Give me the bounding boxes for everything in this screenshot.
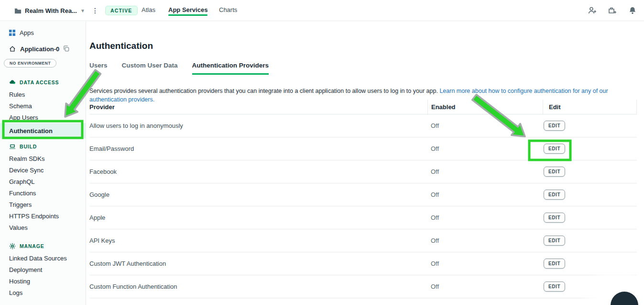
sidebar-item-realm-sdks[interactable]: Realm SDKs [0, 153, 86, 164]
enabled-value: Off [427, 137, 543, 160]
sidebar-item-deployment[interactable]: Deployment [0, 264, 86, 275]
provider-name: Apple [89, 206, 427, 229]
sidebar-item-apps[interactable]: Apps [0, 26, 86, 39]
project-selector[interactable]: Realm With Rea... ▼ [14, 7, 85, 14]
provider-name: Email/Password [89, 137, 427, 160]
sidebar: Apps Application-0 NO ENVIRONMENT DATA A… [0, 22, 86, 305]
invite-user-icon[interactable] [588, 6, 597, 15]
sidebar-item-label: Realm SDKs [9, 155, 44, 162]
enabled-value: Off [427, 275, 543, 298]
enabled-value: Off [427, 206, 543, 229]
topnav-tab-atlas[interactable]: Atlas [142, 6, 155, 13]
provider-name: Custom JWT Authentication [89, 252, 427, 275]
sidebar-item-https-endpoints[interactable]: HTTPS Endpoints [0, 210, 86, 222]
sidebar-item-label: GraphQL [9, 178, 34, 185]
table-row: Email/Password Off EDIT [89, 137, 637, 160]
apps-grid-icon [9, 30, 15, 36]
column-header-edit: Edit [543, 100, 637, 114]
app-services-page: Realm With Rea... ▼ ⋮ ACTIVE Atlas App S… [0, 0, 644, 305]
table-row: Facebook Off EDIT [89, 160, 637, 183]
gear-icon [9, 243, 16, 249]
table-row: Custom Function Authentication Off EDIT [89, 275, 637, 298]
sidebar-item-label: Rules [9, 91, 25, 98]
main-content: Authentication Users Custom User Data Au… [87, 22, 644, 305]
folder-icon [14, 7, 22, 14]
edit-button[interactable]: EDIT [544, 121, 565, 131]
table-row: Google Off EDIT [89, 183, 637, 206]
column-header-provider: Provider [89, 100, 427, 114]
kebab-menu-icon[interactable]: ⋮ [89, 7, 101, 14]
sidebar-item-label: Values [9, 224, 28, 231]
tab-custom-user-data[interactable]: Custom User Data [122, 62, 178, 75]
edit-button[interactable]: EDIT [544, 144, 565, 154]
edit-button[interactable]: EDIT [544, 282, 565, 292]
edit-button[interactable]: EDIT [544, 190, 565, 200]
enabled-value: Off [427, 229, 543, 252]
edit-button[interactable]: EDIT [544, 213, 565, 223]
sidebar-item-label: Functions [9, 190, 36, 197]
sidebar-item-functions[interactable]: Functions [0, 187, 86, 199]
sidebar-item-label: Triggers [9, 201, 32, 208]
bell-icon[interactable] [628, 6, 637, 15]
table-row: Apple Off EDIT [89, 206, 637, 229]
sidebar-section-data-access: DATA ACCESS [0, 78, 86, 87]
tab-authentication-providers[interactable]: Authentication Providers [192, 62, 269, 75]
enabled-value: Off [427, 160, 543, 183]
sidebar-item-label: App Users [9, 114, 38, 121]
table-row: Custom JWT Authentication Off EDIT [89, 252, 637, 275]
sidebar-section-manage: MANAGE [0, 242, 86, 250]
laptop-icon [9, 143, 16, 150]
status-badge: ACTIVE [105, 6, 138, 15]
sidebar-item-hosting[interactable]: Hosting [0, 275, 86, 287]
section-title: DATA ACCESS [20, 79, 59, 85]
chevron-down-icon: ▼ [80, 8, 85, 13]
sidebar-item-triggers[interactable]: Triggers [0, 199, 86, 210]
sidebar-item-linked-data-sources[interactable]: Linked Data Sources [0, 252, 86, 264]
sidebar-item-values[interactable]: Values [0, 222, 86, 233]
sidebar-item-app-users[interactable]: App Users [0, 112, 86, 123]
edit-button[interactable]: EDIT [544, 259, 565, 269]
enabled-value: Off [427, 183, 543, 206]
sidebar-item-label: HTTPS Endpoints [9, 213, 59, 220]
sidebar-item-label: Schema [9, 102, 32, 110]
provider-name: Facebook [89, 160, 427, 183]
tab-users[interactable]: Users [89, 62, 108, 75]
provider-name: Custom Function Authentication [89, 275, 427, 298]
topbar: Realm With Rea... ▼ ⋮ ACTIVE Atlas App S… [0, 0, 644, 21]
topnav-tab-charts[interactable]: Charts [219, 6, 237, 13]
page-title: Authentication [89, 41, 153, 51]
sidebar-item-label: Deployment [9, 266, 42, 273]
copy-icon[interactable] [63, 45, 70, 52]
table-row: Allow users to log in anonymously Off ED… [89, 114, 637, 137]
topnav-tab-app-services[interactable]: App Services [168, 6, 207, 13]
sidebar-apps-label: Apps [20, 29, 34, 36]
edit-button[interactable]: EDIT [544, 167, 565, 177]
sidebar-item-authentication[interactable]: Authentication [0, 123, 86, 138]
sidebar-item-label: Authentication [9, 127, 53, 135]
sidebar-item-rules[interactable]: Rules [0, 89, 86, 100]
environment-badge: NO ENVIRONMENT [4, 59, 56, 68]
edit-button[interactable]: EDIT [544, 236, 565, 246]
sidebar-section-build: BUILD [0, 142, 86, 151]
provider-name: Allow users to log in anonymously [89, 114, 427, 137]
column-header-enabled: Enabled [427, 100, 543, 114]
sidebar-item-logs[interactable]: Logs [0, 287, 86, 298]
sidebar-item-label: Logs [9, 289, 22, 296]
sidebar-item-graphql[interactable]: GraphQL [0, 176, 86, 187]
table-row: API Keys Off EDIT [89, 229, 637, 252]
sidebar-item-schema[interactable]: Schema [0, 100, 86, 112]
sidebar-item-label: Device Sync [9, 167, 44, 174]
provider-name: Google [89, 183, 427, 206]
sidebar-item-device-sync[interactable]: Device Sync [0, 164, 86, 176]
section-title: MANAGE [20, 243, 44, 249]
cloud-icon [9, 79, 16, 86]
sidebar-item-label: Hosting [9, 278, 30, 285]
sidebar-item-application[interactable]: Application-0 [0, 43, 86, 55]
intro-sentence: Services provides several authentication… [89, 88, 439, 94]
add-organization-icon[interactable] [608, 6, 617, 15]
home-icon [9, 45, 16, 52]
auth-tabs: Users Custom User Data Authentication Pr… [89, 62, 269, 75]
app-name: Application-0 [20, 45, 59, 53]
enabled-value: Off [427, 114, 543, 137]
enabled-value: Off [427, 252, 543, 275]
